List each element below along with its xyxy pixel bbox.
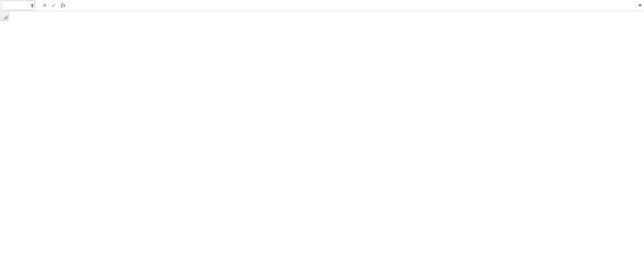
formula-input[interactable] bbox=[70, 0, 635, 10]
fx-icon[interactable]: fx bbox=[61, 2, 65, 9]
formula-bar: ✕ ✓ fx bbox=[0, 0, 644, 11]
name-box[interactable] bbox=[1, 0, 35, 10]
expand-formula-bar-icon[interactable] bbox=[635, 0, 644, 10]
accept-formula-icon[interactable]: ✓ bbox=[49, 1, 58, 10]
spreadsheet-area bbox=[0, 11, 644, 266]
select-all-corner[interactable] bbox=[0, 11, 9, 21]
cancel-formula-icon[interactable]: ✕ bbox=[40, 1, 49, 10]
name-box-stepper-icon[interactable] bbox=[31, 4, 34, 8]
